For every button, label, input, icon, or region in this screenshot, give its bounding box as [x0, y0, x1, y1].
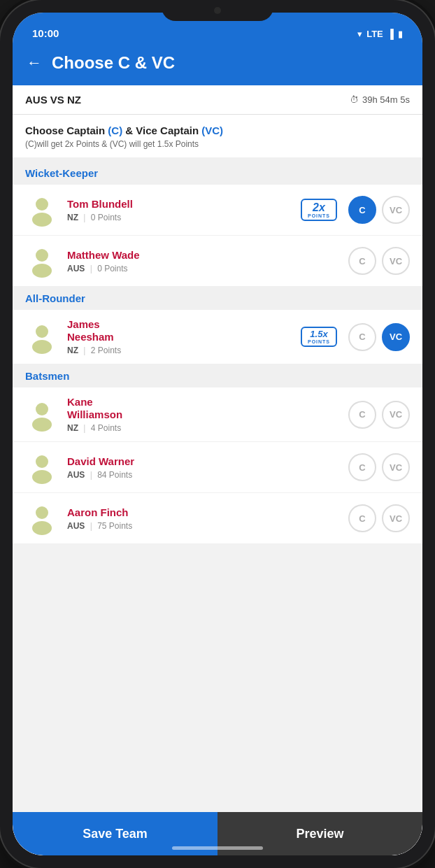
player-row-david-warner: David Warner AUS | 84 Points C VC	[13, 442, 422, 493]
bottom-spacer	[13, 544, 422, 558]
svg-point-9	[32, 470, 52, 484]
match-timer: ⏱ 39h 54m 5s	[350, 94, 410, 105]
category-header-bat: Batsmen	[13, 364, 422, 387]
player-meta-aaron-finch: AUS | 75 Points	[67, 521, 340, 531]
player-info-david-warner: David Warner AUS | 84 Points	[67, 455, 340, 480]
captain-button-matthew-wade[interactable]: C	[348, 247, 376, 275]
captain-buttons-kane-williamson: C VC	[348, 401, 410, 429]
player-name-matthew-wade: Matthew Wade	[67, 249, 340, 262]
lte-label: LTE	[366, 29, 383, 39]
vc-button-matthew-wade[interactable]: VC	[382, 247, 410, 275]
multiplier-1-5x-badge: 1.5x POINTS	[301, 327, 337, 347]
vc-button-kane-williamson[interactable]: VC	[382, 401, 410, 429]
player-info-aaron-finch: Aaron Finch AUS | 75 Points	[67, 506, 340, 531]
svg-point-1	[32, 213, 52, 227]
player-row-tom-blundell: Tom Blundell NZ | 0 Points 2x POINTS	[13, 185, 422, 236]
vc-button-david-warner[interactable]: VC	[382, 453, 410, 481]
captain-buttons-james-neesham: C VC	[348, 323, 410, 351]
category-batsmen: Batsmen KaneWilliamson	[13, 364, 422, 558]
match-name: AUS VS NZ	[25, 94, 81, 106]
player-info-tom-blundell: Tom Blundell NZ | 0 Points	[67, 198, 292, 222]
multiplier-2x-badge: 2x POINTS	[301, 199, 337, 222]
status-time: 10:00	[32, 27, 59, 39]
captain-button-kane-williamson[interactable]: C	[348, 401, 376, 429]
category-header-wk: Wicket-Keeper	[13, 162, 422, 185]
scrollable-content: Choose Captain (C) & Vice Captain (VC) (…	[13, 115, 422, 855]
captain-button-james-neesham[interactable]: C	[348, 323, 376, 351]
wifi-icon: ▾	[357, 29, 362, 39]
player-row-matthew-wade: Matthew Wade AUS | 0 Points C VC	[13, 236, 422, 287]
points-kane-williamson: 4 Points	[91, 423, 121, 433]
avatar-david-warner	[25, 450, 59, 484]
captain-button-tom-blundell[interactable]: C	[348, 196, 376, 224]
points-matthew-wade: 0 Points	[97, 264, 127, 273]
player-name-david-warner: David Warner	[67, 455, 340, 468]
page-title: Choose C & VC	[52, 53, 175, 73]
category-title-ar: All-Rounder	[25, 292, 85, 304]
battery-icon: ▮	[398, 29, 403, 39]
team-kane-williamson: NZ	[67, 423, 78, 433]
captain-buttons-david-warner: C VC	[348, 453, 410, 481]
player-name-james-neesham: JamesNeesham	[67, 318, 292, 343]
player-info-james-neesham: JamesNeesham NZ | 2 Points	[67, 318, 292, 355]
captain-button-david-warner[interactable]: C	[348, 453, 376, 481]
svg-point-2	[36, 249, 48, 262]
player-name-tom-blundell: Tom Blundell	[67, 198, 292, 211]
screen: 10:00 ▾ LTE ▐ ▮ ← Choose C & VC AUS VS N…	[13, 13, 422, 855]
match-banner: AUS VS NZ ⏱ 39h 54m 5s	[13, 85, 422, 115]
player-meta-matthew-wade: AUS | 0 Points	[67, 264, 340, 273]
home-indicator	[172, 846, 263, 850]
vc-button-aaron-finch[interactable]: VC	[382, 504, 410, 532]
app-header: ← Choose C & VC	[13, 43, 422, 85]
choose-mid: & Vice Captain	[122, 124, 201, 136]
player-row-james-neesham: JamesNeesham NZ | 2 Points 1.5x POINTS	[13, 310, 422, 364]
category-all-rounder: All-Rounder JamesNeesham	[13, 287, 422, 364]
svg-point-10	[36, 506, 48, 519]
team-tom-blundell: NZ	[67, 213, 78, 222]
captain-buttons-matthew-wade: C VC	[348, 247, 410, 275]
points-tom-blundell: 0 Points	[91, 213, 121, 222]
category-wicket-keeper: Wicket-Keeper Tom Blundell	[13, 162, 422, 287]
category-title-wk: Wicket-Keeper	[25, 167, 98, 179]
clock-icon: ⏱	[350, 94, 359, 105]
team-matthew-wade: AUS	[67, 264, 85, 273]
category-header-ar: All-Rounder	[13, 287, 422, 310]
player-name-aaron-finch: Aaron Finch	[67, 506, 340, 519]
player-meta-tom-blundell: NZ | 0 Points	[67, 213, 292, 222]
vc-badge: (VC)	[201, 124, 223, 136]
c-badge: (C)	[108, 124, 122, 136]
player-info-matthew-wade: Matthew Wade AUS | 0 Points	[67, 249, 340, 273]
player-meta-david-warner: AUS | 84 Points	[67, 470, 340, 480]
signal-icon: ▐	[387, 29, 394, 39]
choose-prefix: Choose Captain	[25, 124, 108, 136]
choose-section: Choose Captain (C) & Vice Captain (VC) (…	[13, 115, 422, 162]
captain-button-aaron-finch[interactable]: C	[348, 504, 376, 532]
svg-point-6	[36, 403, 48, 415]
phone-frame: 10:00 ▾ LTE ▐ ▮ ← Choose C & VC AUS VS N…	[0, 0, 435, 868]
svg-point-4	[36, 325, 48, 338]
points-james-neesham: 2 Points	[91, 346, 121, 355]
player-meta-james-neesham: NZ | 2 Points	[67, 346, 292, 355]
svg-point-7	[32, 418, 52, 432]
avatar-kane-williamson	[25, 398, 59, 432]
player-info-kane-williamson: KaneWilliamson NZ | 4 Points	[67, 396, 340, 433]
points-aaron-finch: 75 Points	[97, 521, 132, 531]
avatar-tom-blundell	[25, 193, 59, 227]
svg-point-11	[32, 521, 52, 535]
svg-point-5	[32, 340, 52, 354]
vc-button-tom-blundell[interactable]: VC	[382, 196, 410, 224]
team-david-warner: AUS	[67, 470, 85, 480]
vc-button-james-neesham[interactable]: VC	[382, 323, 410, 351]
choose-title: Choose Captain (C) & Vice Captain (VC)	[25, 124, 410, 136]
team-aaron-finch: AUS	[67, 521, 85, 531]
svg-point-3	[32, 264, 52, 278]
svg-point-8	[36, 455, 48, 468]
avatar-matthew-wade	[25, 244, 59, 278]
captain-buttons-tom-blundell: C VC	[348, 196, 410, 224]
timer-value: 39h 54m 5s	[362, 94, 410, 105]
avatar-james-neesham	[25, 320, 59, 354]
player-row-kane-williamson: KaneWilliamson NZ | 4 Points C VC	[13, 387, 422, 442]
category-title-bat: Batsmen	[25, 370, 69, 382]
captain-buttons-aaron-finch: C VC	[348, 504, 410, 532]
back-button[interactable]: ←	[27, 54, 42, 72]
